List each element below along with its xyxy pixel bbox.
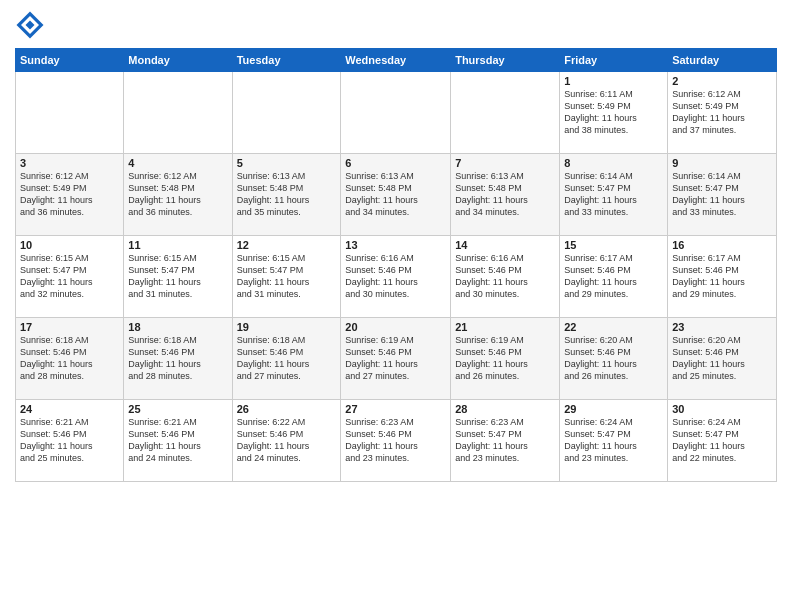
calendar-cell — [232, 72, 341, 154]
day-info: Sunrise: 6:19 AM Sunset: 5:46 PM Dayligh… — [455, 334, 555, 383]
weekday-header-saturday: Saturday — [668, 49, 777, 72]
day-info: Sunrise: 6:22 AM Sunset: 5:46 PM Dayligh… — [237, 416, 337, 465]
day-number: 13 — [345, 239, 446, 251]
weekday-header-monday: Monday — [124, 49, 232, 72]
calendar-cell: 4Sunrise: 6:12 AM Sunset: 5:48 PM Daylig… — [124, 154, 232, 236]
day-info: Sunrise: 6:17 AM Sunset: 5:46 PM Dayligh… — [672, 252, 772, 301]
logo-icon — [15, 10, 45, 40]
day-number: 11 — [128, 239, 227, 251]
calendar-cell: 18Sunrise: 6:18 AM Sunset: 5:46 PM Dayli… — [124, 318, 232, 400]
day-info: Sunrise: 6:19 AM Sunset: 5:46 PM Dayligh… — [345, 334, 446, 383]
day-info: Sunrise: 6:13 AM Sunset: 5:48 PM Dayligh… — [237, 170, 337, 219]
day-number: 7 — [455, 157, 555, 169]
weekday-header-tuesday: Tuesday — [232, 49, 341, 72]
calendar-cell: 21Sunrise: 6:19 AM Sunset: 5:46 PM Dayli… — [451, 318, 560, 400]
day-number: 20 — [345, 321, 446, 333]
day-info: Sunrise: 6:20 AM Sunset: 5:46 PM Dayligh… — [564, 334, 663, 383]
calendar-cell: 5Sunrise: 6:13 AM Sunset: 5:48 PM Daylig… — [232, 154, 341, 236]
calendar-cell: 29Sunrise: 6:24 AM Sunset: 5:47 PM Dayli… — [560, 400, 668, 482]
day-number: 14 — [455, 239, 555, 251]
calendar-cell: 26Sunrise: 6:22 AM Sunset: 5:46 PM Dayli… — [232, 400, 341, 482]
day-number: 6 — [345, 157, 446, 169]
day-info: Sunrise: 6:18 AM Sunset: 5:46 PM Dayligh… — [20, 334, 119, 383]
calendar-cell: 16Sunrise: 6:17 AM Sunset: 5:46 PM Dayli… — [668, 236, 777, 318]
calendar-cell — [124, 72, 232, 154]
weekday-header-friday: Friday — [560, 49, 668, 72]
day-info: Sunrise: 6:14 AM Sunset: 5:47 PM Dayligh… — [564, 170, 663, 219]
calendar-cell: 28Sunrise: 6:23 AM Sunset: 5:47 PM Dayli… — [451, 400, 560, 482]
day-info: Sunrise: 6:12 AM Sunset: 5:49 PM Dayligh… — [20, 170, 119, 219]
day-number: 1 — [564, 75, 663, 87]
calendar-cell: 25Sunrise: 6:21 AM Sunset: 5:46 PM Dayli… — [124, 400, 232, 482]
calendar-cell: 23Sunrise: 6:20 AM Sunset: 5:46 PM Dayli… — [668, 318, 777, 400]
day-info: Sunrise: 6:16 AM Sunset: 5:46 PM Dayligh… — [455, 252, 555, 301]
day-number: 9 — [672, 157, 772, 169]
day-number: 27 — [345, 403, 446, 415]
day-info: Sunrise: 6:18 AM Sunset: 5:46 PM Dayligh… — [128, 334, 227, 383]
day-number: 25 — [128, 403, 227, 415]
day-number: 17 — [20, 321, 119, 333]
day-number: 12 — [237, 239, 337, 251]
calendar-cell: 1Sunrise: 6:11 AM Sunset: 5:49 PM Daylig… — [560, 72, 668, 154]
day-info: Sunrise: 6:12 AM Sunset: 5:48 PM Dayligh… — [128, 170, 227, 219]
calendar-week-row: 24Sunrise: 6:21 AM Sunset: 5:46 PM Dayli… — [16, 400, 777, 482]
calendar-cell: 2Sunrise: 6:12 AM Sunset: 5:49 PM Daylig… — [668, 72, 777, 154]
calendar-cell: 12Sunrise: 6:15 AM Sunset: 5:47 PM Dayli… — [232, 236, 341, 318]
logo — [15, 10, 49, 40]
day-info: Sunrise: 6:12 AM Sunset: 5:49 PM Dayligh… — [672, 88, 772, 137]
calendar-week-row: 17Sunrise: 6:18 AM Sunset: 5:46 PM Dayli… — [16, 318, 777, 400]
calendar-cell: 27Sunrise: 6:23 AM Sunset: 5:46 PM Dayli… — [341, 400, 451, 482]
weekday-header-row: SundayMondayTuesdayWednesdayThursdayFrid… — [16, 49, 777, 72]
calendar-cell: 7Sunrise: 6:13 AM Sunset: 5:48 PM Daylig… — [451, 154, 560, 236]
day-number: 28 — [455, 403, 555, 415]
calendar-cell — [16, 72, 124, 154]
day-number: 23 — [672, 321, 772, 333]
day-number: 5 — [237, 157, 337, 169]
calendar-cell: 11Sunrise: 6:15 AM Sunset: 5:47 PM Dayli… — [124, 236, 232, 318]
calendar-cell: 15Sunrise: 6:17 AM Sunset: 5:46 PM Dayli… — [560, 236, 668, 318]
calendar-cell — [341, 72, 451, 154]
calendar-cell: 14Sunrise: 6:16 AM Sunset: 5:46 PM Dayli… — [451, 236, 560, 318]
day-number: 30 — [672, 403, 772, 415]
day-info: Sunrise: 6:20 AM Sunset: 5:46 PM Dayligh… — [672, 334, 772, 383]
day-number: 16 — [672, 239, 772, 251]
calendar-cell — [451, 72, 560, 154]
day-number: 10 — [20, 239, 119, 251]
calendar-cell: 10Sunrise: 6:15 AM Sunset: 5:47 PM Dayli… — [16, 236, 124, 318]
header — [15, 10, 777, 40]
calendar-cell: 20Sunrise: 6:19 AM Sunset: 5:46 PM Dayli… — [341, 318, 451, 400]
day-info: Sunrise: 6:15 AM Sunset: 5:47 PM Dayligh… — [128, 252, 227, 301]
calendar-cell: 8Sunrise: 6:14 AM Sunset: 5:47 PM Daylig… — [560, 154, 668, 236]
day-number: 22 — [564, 321, 663, 333]
day-number: 4 — [128, 157, 227, 169]
calendar-cell: 17Sunrise: 6:18 AM Sunset: 5:46 PM Dayli… — [16, 318, 124, 400]
calendar-cell: 22Sunrise: 6:20 AM Sunset: 5:46 PM Dayli… — [560, 318, 668, 400]
day-number: 2 — [672, 75, 772, 87]
weekday-header-wednesday: Wednesday — [341, 49, 451, 72]
day-info: Sunrise: 6:15 AM Sunset: 5:47 PM Dayligh… — [20, 252, 119, 301]
day-info: Sunrise: 6:21 AM Sunset: 5:46 PM Dayligh… — [128, 416, 227, 465]
day-number: 24 — [20, 403, 119, 415]
day-info: Sunrise: 6:23 AM Sunset: 5:46 PM Dayligh… — [345, 416, 446, 465]
day-info: Sunrise: 6:11 AM Sunset: 5:49 PM Dayligh… — [564, 88, 663, 137]
calendar-cell: 3Sunrise: 6:12 AM Sunset: 5:49 PM Daylig… — [16, 154, 124, 236]
day-info: Sunrise: 6:16 AM Sunset: 5:46 PM Dayligh… — [345, 252, 446, 301]
day-info: Sunrise: 6:18 AM Sunset: 5:46 PM Dayligh… — [237, 334, 337, 383]
weekday-header-thursday: Thursday — [451, 49, 560, 72]
day-number: 18 — [128, 321, 227, 333]
day-info: Sunrise: 6:23 AM Sunset: 5:47 PM Dayligh… — [455, 416, 555, 465]
day-number: 8 — [564, 157, 663, 169]
calendar-cell: 6Sunrise: 6:13 AM Sunset: 5:48 PM Daylig… — [341, 154, 451, 236]
weekday-header-sunday: Sunday — [16, 49, 124, 72]
page: SundayMondayTuesdayWednesdayThursdayFrid… — [0, 0, 792, 612]
calendar-cell: 9Sunrise: 6:14 AM Sunset: 5:47 PM Daylig… — [668, 154, 777, 236]
calendar-cell: 19Sunrise: 6:18 AM Sunset: 5:46 PM Dayli… — [232, 318, 341, 400]
day-info: Sunrise: 6:13 AM Sunset: 5:48 PM Dayligh… — [345, 170, 446, 219]
calendar-cell: 13Sunrise: 6:16 AM Sunset: 5:46 PM Dayli… — [341, 236, 451, 318]
day-number: 15 — [564, 239, 663, 251]
day-info: Sunrise: 6:13 AM Sunset: 5:48 PM Dayligh… — [455, 170, 555, 219]
day-number: 26 — [237, 403, 337, 415]
calendar-cell: 24Sunrise: 6:21 AM Sunset: 5:46 PM Dayli… — [16, 400, 124, 482]
day-number: 3 — [20, 157, 119, 169]
calendar-week-row: 1Sunrise: 6:11 AM Sunset: 5:49 PM Daylig… — [16, 72, 777, 154]
